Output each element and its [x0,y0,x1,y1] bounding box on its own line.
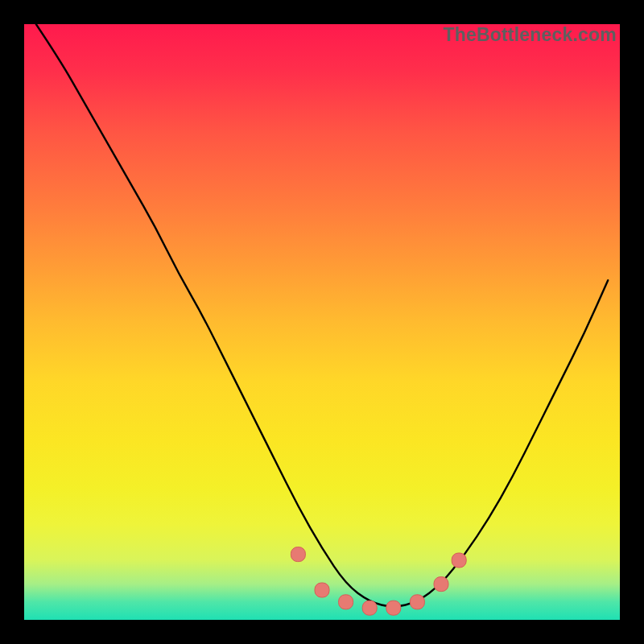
curve-markers [291,547,466,616]
curve-marker [315,583,329,597]
curve-marker [452,553,466,568]
bottleneck-curve-svg [24,24,620,620]
curve-marker [362,601,377,615]
bottleneck-curve-path [36,24,608,606]
curve-group [36,24,608,615]
curve-marker [410,595,424,609]
curve-marker [291,547,305,562]
curve-marker [339,595,353,609]
curve-marker [386,601,401,615]
chart-plot-area [24,24,620,620]
curve-marker [434,577,448,592]
chart-frame: TheBottleneck.com [0,0,644,644]
watermark-text: TheBottleneck.com [443,24,617,46]
